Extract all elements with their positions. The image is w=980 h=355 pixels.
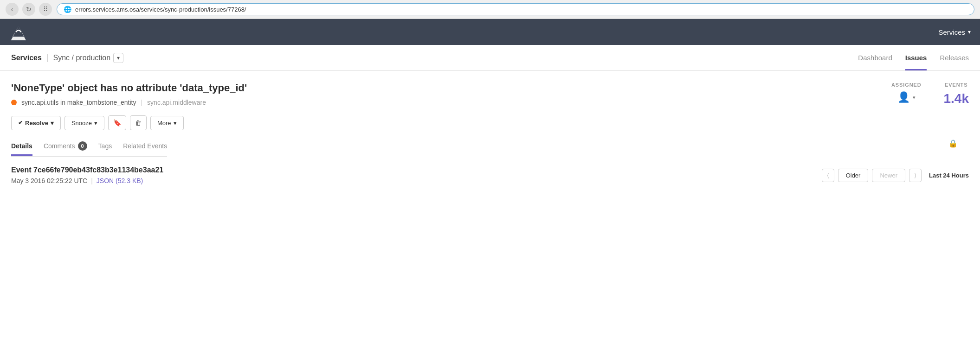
tab-related-events[interactable]: Related Events [123,142,167,156]
issue-container: 'NoneType' object has no attribute 'data… [0,71,980,157]
snooze-chevron-icon: ▾ [94,120,97,127]
assigned-chevron-icon: ▾ [913,95,916,101]
reload-button[interactable]: ↻ [22,3,35,16]
issue-header: 'NoneType' object has no attribute 'data… [11,82,969,106]
sentry-logo[interactable] [9,24,26,40]
event-meta: May 3 2016 02:25:22 UTC | JSON (52.3 KB) [11,177,163,184]
issue-middleware: sync.api.middleware [147,99,206,106]
issue-subtitle: sync.api.utils in make_tombstone_entity … [11,99,891,106]
comments-badge: 0 [78,141,87,151]
breadcrumb-services[interactable]: Services [11,54,42,62]
back-button[interactable]: ‹ [6,3,19,16]
services-label: Services [938,28,965,36]
issue-stats: ASSIGNED 👤 ▾ EVENTS 1.4k [891,82,969,106]
snooze-button[interactable]: Snooze ▾ [64,116,104,130]
issue-title: 'NoneType' object has no attribute 'data… [11,82,891,94]
older-button[interactable]: Older [838,169,869,182]
issue-location: sync.api.utils in make_tombstone_entity [21,99,136,106]
assigned-stat: ASSIGNED 👤 ▾ [891,82,922,103]
tab-details[interactable]: Details [11,142,32,156]
issue-sep: | [141,99,142,106]
first-event-button[interactable]: ⟨ [822,169,834,182]
events-stat: EVENTS 1.4k [944,82,969,106]
globe-icon: 🌐 [64,6,71,13]
resolve-button[interactable]: ✔ Resolve ▾ [11,116,61,130]
assigned-label: ASSIGNED [891,82,922,88]
trash-icon: 🗑 [135,119,142,127]
assigned-value[interactable]: 👤 ▾ [897,91,916,103]
nav-tabs: Dashboard Issues Releases [858,45,969,70]
detail-tabs-row: Details Comments 0 Tags Related Events 🔒 [11,130,969,157]
event-info: Event 7ce66fe790eb43fc83b3e1134be3aa21 M… [11,166,163,184]
event-section: Event 7ce66fe790eb43fc83b3e1134be3aa21 M… [0,157,980,194]
tab-comments[interactable]: Comments 0 [44,141,87,157]
tab-tags[interactable]: Tags [98,142,112,156]
project-dropdown-button[interactable]: ▾ [113,53,123,63]
event-date: May 3 2016 02:25:22 UTC [11,177,87,184]
resolve-chevron-icon: ▾ [51,120,54,127]
event-pipe: | [91,177,93,184]
apps-button[interactable]: ⠿ [39,3,52,16]
breadcrumb: Services | Sync / production ▾ [11,53,123,63]
checkmark-icon: ✔ [18,120,23,126]
bookmark-button[interactable]: 🔖 [108,115,126,130]
bookmark-icon: 🔖 [113,119,121,127]
last-24-label: Last 24 Hours [929,172,969,179]
action-buttons: ✔ Resolve ▾ Snooze ▾ 🔖 🗑 More ▾ [11,115,969,130]
issue-title-section: 'NoneType' object has no attribute 'data… [11,82,891,106]
delete-button[interactable]: 🗑 [130,115,147,130]
event-id: Event 7ce66fe790eb43fc83b3e1134be3aa21 [11,166,163,174]
tab-releases[interactable]: Releases [940,45,969,70]
browser-chrome: ‹ ↻ ⠿ 🌐 [0,0,980,19]
tab-dashboard[interactable]: Dashboard [858,45,892,70]
event-nav: ⟨ Older Newer ⟩ Last 24 Hours [822,169,969,182]
detail-tabs: Details Comments 0 Tags Related Events [11,141,167,157]
address-bar[interactable]: 🌐 [57,3,974,15]
services-chevron-icon: ▾ [968,29,971,35]
newer-button[interactable]: Newer [872,169,905,182]
services-menu[interactable]: Services ▾ [938,28,971,36]
sub-nav: Services | Sync / production ▾ Dashboard… [0,45,980,71]
url-input[interactable] [75,6,967,13]
event-json-link[interactable]: JSON (52.3 KB) [97,177,143,184]
lock-icon: 🔒 [948,139,958,148]
tab-issues[interactable]: Issues [905,45,927,70]
person-icon: 👤 [897,91,910,103]
browser-controls: ‹ ↻ ⠿ [6,3,52,16]
more-button[interactable]: More ▾ [150,116,184,130]
status-dot [11,100,17,105]
breadcrumb-project-name: Sync / production [53,54,111,62]
breadcrumb-project[interactable]: Sync / production ▾ [53,53,124,63]
more-chevron-icon: ▾ [174,120,177,127]
events-value: 1.4k [944,91,969,106]
top-nav: Services ▾ [0,19,980,45]
breadcrumb-separator: | [46,53,49,63]
last-event-button[interactable]: ⟩ [909,169,922,182]
events-label: EVENTS [945,82,967,88]
